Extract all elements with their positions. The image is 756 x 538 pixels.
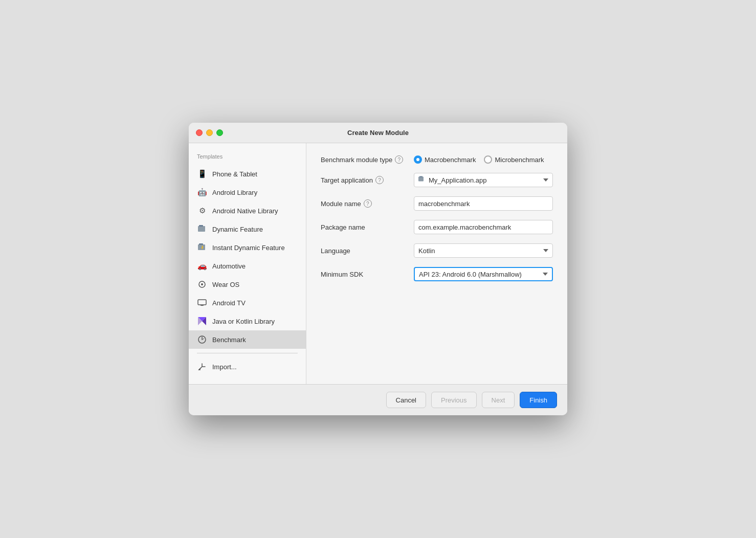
kotlin-library-icon	[197, 316, 207, 326]
package-name-input[interactable]	[414, 220, 553, 234]
minimum-sdk-label: Minimum SDK	[321, 271, 408, 278]
sidebar-item-benchmark[interactable]: Benchmark	[189, 330, 306, 349]
sidebar-item-label: Dynamic Feature	[212, 226, 263, 233]
benchmark-module-type-help-icon[interactable]: ?	[395, 155, 403, 164]
minimum-sdk-select[interactable]: API 23: Android 6.0 (Marshmallow)API 21:…	[414, 267, 553, 281]
module-name-help-icon[interactable]: ?	[364, 199, 372, 208]
package-name-label: Package name	[321, 223, 408, 231]
benchmark-module-type-radio-group: Macrobenchmark Microbenchmark	[414, 155, 553, 164]
svg-rect-1	[199, 225, 203, 227]
language-control: KotlinJava	[414, 243, 553, 258]
module-name-label: Module name ?	[321, 199, 408, 208]
android-native-icon: ⚙	[197, 206, 207, 216]
minimize-button[interactable]	[206, 129, 213, 136]
target-application-help-icon[interactable]: ?	[375, 176, 384, 184]
language-row: Language KotlinJava	[321, 243, 553, 258]
finish-button[interactable]: Finish	[520, 392, 557, 408]
android-library-icon: 🤖	[197, 187, 207, 197]
sidebar-item-android-native-library[interactable]: ⚙ Android Native Library	[189, 201, 306, 220]
android-tv-icon	[197, 298, 207, 308]
benchmark-module-type-label: Benchmark module type ?	[321, 155, 408, 164]
automotive-icon: 🚗	[197, 261, 207, 271]
close-button[interactable]	[196, 129, 203, 136]
language-select[interactable]: KotlinJava	[414, 243, 553, 258]
sidebar-item-label: Wear OS	[212, 281, 239, 288]
minimum-sdk-control: API 23: Android 6.0 (Marshmallow)API 21:…	[414, 267, 553, 281]
macrobenchmark-radio-circle[interactable]	[414, 155, 422, 164]
sidebar-item-label: Java or Kotlin Library	[212, 318, 275, 325]
dynamic-feature-icon	[197, 224, 207, 234]
svg-rect-3	[199, 243, 203, 245]
target-application-control: My_Application.app	[414, 173, 553, 187]
svg-rect-2	[198, 244, 205, 250]
maximize-button[interactable]	[216, 129, 223, 136]
benchmark-icon	[197, 334, 207, 345]
title-bar: Create New Module	[189, 123, 567, 143]
benchmark-module-type-row: Benchmark module type ? Macrobenchmark M…	[321, 155, 553, 164]
sidebar-item-label: Instant Dynamic Feature	[212, 244, 285, 252]
cancel-button[interactable]: Cancel	[386, 392, 426, 408]
sidebar-item-instant-dynamic-feature[interactable]: Instant Dynamic Feature	[189, 238, 306, 257]
traffic-lights	[196, 129, 223, 136]
language-label: Language	[321, 247, 408, 255]
target-application-select[interactable]: My_Application.app	[414, 173, 553, 187]
previous-button[interactable]: Previous	[431, 392, 477, 408]
sidebar-item-import[interactable]: Import...	[189, 357, 306, 376]
benchmark-module-type-control: Macrobenchmark Microbenchmark	[414, 155, 553, 164]
package-name-row: Package name	[321, 220, 553, 234]
module-name-input[interactable]	[414, 196, 553, 211]
main-content: Benchmark module type ? Macrobenchmark M…	[306, 143, 567, 384]
sidebar-item-label: Android Library	[212, 189, 257, 196]
create-new-module-dialog: Create New Module Templates 📱 Phone & Ta…	[189, 123, 567, 415]
sidebar-divider	[197, 353, 298, 353]
sidebar-item-android-tv[interactable]: Android TV	[189, 294, 306, 312]
wearos-icon	[197, 279, 207, 289]
minimum-sdk-row: Minimum SDK API 23: Android 6.0 (Marshma…	[321, 267, 553, 281]
sidebar-item-android-library[interactable]: 🤖 Android Library	[189, 183, 306, 201]
sidebar-item-wear-os[interactable]: Wear OS	[189, 275, 306, 294]
sidebar-item-dynamic-feature[interactable]: Dynamic Feature	[189, 220, 306, 238]
dialog-footer: Cancel Previous Next Finish	[189, 384, 567, 415]
import-icon	[197, 362, 207, 372]
sidebar: Templates 📱 Phone & Tablet 🤖 Android Lib…	[189, 143, 306, 384]
macrobenchmark-radio[interactable]: Macrobenchmark	[414, 155, 476, 164]
svg-rect-0	[198, 226, 205, 232]
next-button[interactable]: Next	[482, 392, 515, 408]
sidebar-item-label: Benchmark	[212, 336, 246, 344]
instant-dynamic-icon	[197, 242, 207, 253]
package-name-control	[414, 220, 553, 234]
svg-point-6	[201, 283, 203, 285]
phone-tablet-icon: 📱	[197, 169, 207, 179]
sidebar-item-label: Import...	[212, 363, 237, 371]
svg-rect-7	[198, 300, 206, 305]
sidebar-header: Templates	[189, 151, 306, 165]
sidebar-item-label: Android TV	[212, 299, 246, 307]
sidebar-item-label: Android Native Library	[212, 207, 278, 215]
sidebar-item-label: Automotive	[212, 262, 246, 270]
dialog-title: Create New Module	[347, 129, 409, 137]
sidebar-item-phone-tablet[interactable]: 📱 Phone & Tablet	[189, 165, 306, 183]
microbenchmark-radio[interactable]: Microbenchmark	[484, 155, 544, 164]
target-application-row: Target application ? My_Application.app	[321, 173, 553, 187]
sidebar-item-label: Phone & Tablet	[212, 170, 257, 178]
target-application-label: Target application ?	[321, 176, 408, 184]
module-name-control	[414, 196, 553, 211]
sidebar-item-java-kotlin-library[interactable]: Java or Kotlin Library	[189, 312, 306, 330]
sidebar-item-automotive[interactable]: 🚗 Automotive	[189, 257, 306, 275]
microbenchmark-radio-circle[interactable]	[484, 155, 492, 164]
module-name-row: Module name ?	[321, 196, 553, 211]
dialog-body: Templates 📱 Phone & Tablet 🤖 Android Lib…	[189, 143, 567, 384]
